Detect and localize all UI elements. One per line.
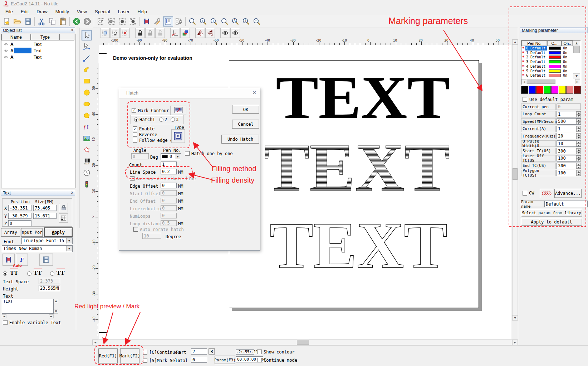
param-name-field[interactable] bbox=[544, 201, 588, 207]
bitmap-tool-button[interactable] bbox=[82, 133, 92, 144]
vector-tool-button[interactable] bbox=[82, 145, 92, 155]
input-port-button[interactable]: nput Por bbox=[21, 228, 43, 237]
cut-button[interactable] bbox=[36, 16, 46, 27]
vscroll-thumb[interactable] bbox=[513, 168, 518, 180]
select-arrow-button[interactable] bbox=[82, 30, 92, 40]
hatch-row-field[interactable] bbox=[161, 183, 177, 188]
pen-on-state[interactable]: On bbox=[563, 55, 567, 59]
rotate-tool-button[interactable] bbox=[110, 28, 120, 38]
pen-color-swatch[interactable] bbox=[549, 47, 561, 50]
position-grid-button[interactable] bbox=[59, 213, 68, 223]
spinner-stepper[interactable] bbox=[576, 155, 581, 161]
pen-row-name[interactable]: 5 Default bbox=[526, 69, 545, 73]
zoom-in-button[interactable]: + bbox=[209, 16, 219, 27]
part-field[interactable] bbox=[191, 348, 207, 355]
mark-button[interactable]: Mark(F2) bbox=[120, 348, 139, 363]
save-font-button[interactable] bbox=[39, 254, 53, 266]
cw-checkbox[interactable] bbox=[523, 191, 527, 196]
x-size-field[interactable] bbox=[33, 205, 57, 211]
hatch-one-by-one-checkbox[interactable] bbox=[185, 151, 190, 156]
pen-row-name[interactable]: 4 Default bbox=[526, 64, 545, 68]
close-icon[interactable]: x bbox=[71, 28, 73, 32]
reverse-checkbox[interactable] bbox=[133, 132, 137, 137]
object-row-name[interactable]: A bbox=[10, 48, 14, 53]
pen-on-state[interactable]: On bbox=[563, 60, 567, 64]
redo-button[interactable] bbox=[82, 16, 92, 27]
hatch-dialog-titlebar[interactable]: Hatch × bbox=[119, 88, 260, 98]
continuous-checkbox[interactable] bbox=[143, 350, 147, 355]
textarea-scroll-down[interactable]: ▼ bbox=[54, 309, 58, 314]
auto-rotate-checkbox[interactable] bbox=[133, 227, 138, 232]
circle-tool-button[interactable] bbox=[82, 87, 92, 98]
lock-ratio-button[interactable] bbox=[59, 203, 68, 212]
apply-button[interactable]: AApplyApply bbox=[44, 227, 73, 237]
undo-button[interactable] bbox=[72, 16, 82, 27]
pen-column-0[interactable]: Pen No. bbox=[521, 40, 547, 46]
hscroll-left[interactable]: ◄ bbox=[92, 339, 98, 345]
menu-special[interactable]: Special bbox=[91, 8, 114, 15]
menu-edit[interactable]: Edit bbox=[17, 8, 33, 15]
enable-variable-checkbox[interactable] bbox=[3, 320, 8, 325]
paste-button[interactable] bbox=[58, 16, 68, 27]
undo-hatch-button[interactable]: Undo Hatch bbox=[221, 135, 259, 144]
hatch-row-field[interactable] bbox=[161, 198, 177, 203]
vscroll-up[interactable]: ▲ bbox=[512, 39, 518, 45]
pen-hscroll-thumb[interactable] bbox=[527, 80, 555, 84]
pen-color-swatch[interactable] bbox=[549, 65, 561, 68]
pen-color-swatch[interactable] bbox=[549, 56, 561, 59]
preview-red-button[interactable] bbox=[220, 28, 230, 38]
textarea-scroll-left[interactable]: ◄ bbox=[2, 314, 6, 318]
line-space-field[interactable] bbox=[161, 169, 177, 174]
spinner-stepper[interactable] bbox=[576, 163, 581, 169]
continue-mode-checkbox[interactable] bbox=[257, 358, 262, 362]
height-field[interactable] bbox=[39, 285, 60, 291]
hatch3-radio[interactable] bbox=[171, 117, 175, 122]
hatch-row-field[interactable] bbox=[161, 205, 177, 211]
red-light-button[interactable]: Red(F1) bbox=[98, 348, 118, 363]
vscroll-track[interactable] bbox=[512, 45, 518, 315]
spinner-stepper[interactable] bbox=[576, 126, 581, 132]
z-position-field[interactable] bbox=[8, 220, 31, 226]
save-file-button[interactable] bbox=[23, 16, 33, 27]
angle-field[interactable] bbox=[131, 153, 149, 159]
node-add-button[interactable] bbox=[107, 16, 117, 27]
palette-color-2[interactable] bbox=[536, 86, 543, 94]
pen-on-state[interactable]: On bbox=[563, 69, 567, 73]
hatch-type-button[interactable] bbox=[171, 129, 185, 143]
object-column-Name[interactable]: Name bbox=[1, 34, 31, 40]
pen-column-1[interactable]: C... bbox=[547, 40, 562, 46]
pulse-shape-button[interactable] bbox=[540, 189, 553, 198]
vscroll-down[interactable]: ▼ bbox=[512, 315, 518, 321]
param-field[interactable] bbox=[557, 103, 581, 110]
close-icon[interactable]: × bbox=[252, 90, 256, 95]
put-to-origin-button[interactable] bbox=[170, 28, 180, 38]
textarea-scroll-right[interactable]: ► bbox=[49, 314, 54, 318]
options-tools-button[interactable] bbox=[152, 16, 162, 27]
pen-scroll-thumb[interactable] bbox=[573, 46, 580, 53]
palette-color-0[interactable] bbox=[521, 86, 528, 94]
menu-draw[interactable]: Draw bbox=[33, 8, 51, 15]
pen-color-swatch[interactable] bbox=[549, 60, 561, 63]
unlock-partial-button[interactable] bbox=[145, 28, 155, 38]
pen-scroll-down[interactable]: ▼ bbox=[573, 73, 580, 78]
object-row-type[interactable]: Text bbox=[34, 48, 41, 53]
zoom-move-button[interactable]: + bbox=[198, 16, 208, 27]
node-del-button[interactable] bbox=[120, 28, 130, 38]
object-list-panel-button[interactable] bbox=[163, 16, 173, 27]
menu-file[interactable]: File bbox=[1, 8, 17, 15]
pen-hscroll-left[interactable]: ◄ bbox=[521, 79, 526, 84]
r-button[interactable]: R bbox=[209, 348, 215, 355]
follow-edge-checkbox[interactable] bbox=[133, 138, 137, 143]
mirror-horizontal-button[interactable] bbox=[205, 28, 215, 38]
spacing-char-radio[interactable] bbox=[27, 271, 31, 276]
marquee-select-button[interactable] bbox=[100, 28, 110, 38]
hatch-row-field[interactable] bbox=[161, 213, 177, 218]
object-column-Type[interactable]: Type bbox=[31, 34, 59, 40]
visibility-eye-icon[interactable] bbox=[3, 42, 9, 47]
param-name-button[interactable]: Param name bbox=[521, 201, 544, 207]
palette-color-6[interactable] bbox=[566, 86, 573, 94]
font-name-select[interactable]: Times New Roman▼ bbox=[2, 245, 73, 252]
mark-selected-checkbox[interactable] bbox=[143, 358, 147, 363]
text-space-field[interactable] bbox=[39, 278, 60, 284]
pen-row-name[interactable]: 0 Default bbox=[526, 46, 545, 50]
